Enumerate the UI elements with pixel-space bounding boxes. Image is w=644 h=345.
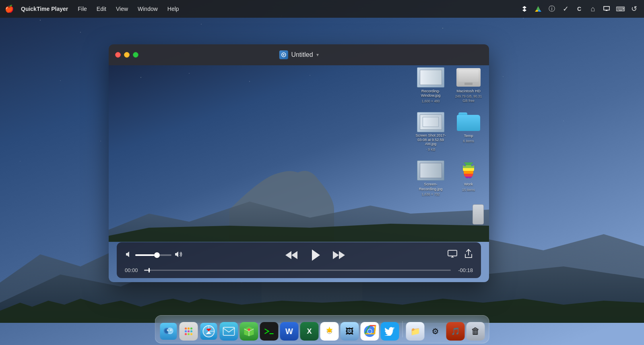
menubar: 🍎 QuickTime Player File Edit View Window…	[0, 0, 644, 18]
menubar-view[interactable]: View	[112, 4, 132, 14]
macintosh-hd-label: Macintosh HD	[456, 89, 481, 93]
temp-folder-label: Temp	[464, 133, 473, 138]
svg-point-21	[188, 328, 190, 330]
recording-window-size: 1,600 × 480	[421, 99, 440, 103]
rewind-button[interactable]	[285, 249, 298, 261]
dock-word[interactable]: W	[280, 322, 299, 341]
homekit-icon[interactable]: ⌂	[588, 4, 598, 14]
svg-point-17	[168, 328, 173, 333]
svg-point-28	[190, 333, 192, 335]
keyboard-icon[interactable]: ⌨	[615, 4, 625, 14]
dock-launchpad[interactable]	[180, 322, 198, 341]
play-button[interactable]	[308, 248, 322, 262]
temp-folder-count: 6 items	[463, 139, 474, 143]
svg-point-20	[185, 328, 187, 330]
progress-thumb[interactable]	[149, 268, 150, 272]
svg-rect-34	[223, 327, 235, 335]
fast-forward-button[interactable]	[332, 249, 346, 261]
right-controls	[447, 249, 473, 262]
dock-terminal[interactable]	[260, 322, 279, 341]
volume-section	[125, 250, 183, 261]
traffic-lights	[115, 52, 138, 58]
recording-window-label: Recording-Window.jpg	[415, 89, 446, 98]
time-remaining: -00:18	[455, 267, 473, 273]
dock-separator	[402, 321, 403, 337]
svg-rect-6	[463, 177, 474, 179]
menubar-app-name[interactable]: QuickTime Player	[17, 4, 72, 14]
volume-up-icon[interactable]	[174, 250, 183, 261]
svg-point-37	[328, 330, 331, 333]
svg-point-19	[170, 329, 172, 331]
dock-finder-2[interactable]: 📁	[406, 322, 425, 341]
svg-rect-3	[463, 168, 474, 171]
google-drive-icon[interactable]	[533, 4, 543, 14]
svg-point-25	[190, 330, 192, 333]
window-title: Untitled ▾	[279, 50, 318, 59]
screen-recording-label: Screen-Recording.jpg	[415, 182, 446, 191]
dock-safari[interactable]	[200, 322, 218, 341]
apple-menu[interactable]: 🍎	[5, 4, 14, 13]
screen-recording-size: 1,636 × 732	[421, 192, 440, 196]
work-folder-label: Work	[464, 182, 473, 186]
dock-mail[interactable]	[220, 322, 238, 341]
svg-marker-7	[285, 251, 291, 259]
svg-marker-8	[291, 251, 297, 259]
work-folder-count: 15 items	[462, 188, 475, 192]
menubar-help[interactable]: Help	[163, 4, 183, 14]
svg-point-23	[185, 330, 187, 333]
svg-marker-9	[312, 249, 320, 261]
dock-finder[interactable]	[159, 322, 178, 341]
svg-marker-11	[333, 251, 339, 259]
dock-app-1[interactable]: ⚙	[426, 322, 445, 341]
dock-chrome[interactable]	[361, 322, 379, 341]
playback-buttons	[285, 248, 346, 262]
airplay-icon[interactable]	[601, 4, 612, 14]
dock-twitter[interactable]	[381, 322, 399, 341]
svg-point-18	[167, 329, 169, 331]
title-chevron[interactable]: ▾	[316, 52, 319, 58]
dock-app-2[interactable]: 🎵	[446, 322, 465, 341]
dock-preview[interactable]: 🖼	[341, 322, 359, 341]
airplay-button[interactable]	[447, 249, 458, 261]
menubar-window[interactable]: Window	[134, 4, 162, 14]
volume-slider[interactable]	[135, 254, 171, 256]
svg-point-24	[188, 330, 190, 333]
share-button[interactable]	[464, 249, 473, 262]
dock-trash[interactable]: 🗑	[466, 322, 485, 341]
current-time: 00:00	[125, 267, 140, 273]
dock-photos[interactable]	[320, 322, 339, 341]
menubar-right-icons: ⓘ ✓ C ⌂ ⌨ ↺	[519, 4, 639, 14]
dock: W X 🖼 📁 ⚙ 🎵 🗑	[155, 315, 489, 343]
window-titlebar: Untitled ▾	[109, 44, 489, 65]
timemachine-icon[interactable]: ↺	[629, 4, 639, 14]
svg-rect-2	[463, 165, 474, 168]
dropbox-icon[interactable]	[519, 4, 530, 14]
playback-controls: 00:00 -00:18	[117, 242, 481, 278]
dock-maps[interactable]	[240, 322, 258, 341]
dock-excel[interactable]: X	[300, 322, 319, 341]
video-desktop-icons: Recording-Window.jpg 1,600 × 480 Macinto…	[415, 67, 484, 224]
svg-point-35	[248, 328, 250, 331]
info-icon[interactable]: ⓘ	[547, 4, 557, 14]
minimize-button[interactable]	[124, 52, 130, 58]
menubar-file[interactable]: File	[74, 4, 91, 14]
progress-row: 00:00 -00:18	[125, 267, 473, 273]
video-content[interactable]: Recording-Window.jpg 1,600 × 480 Macinto…	[109, 65, 489, 282]
screenshot-label: Screen Shot 2017-03-08 at 9.52.59 AM.jpg	[415, 133, 446, 146]
carbon-copy-icon[interactable]: C	[574, 4, 584, 14]
svg-rect-4	[463, 171, 474, 174]
checkmark-icon[interactable]: ✓	[560, 4, 571, 14]
volume-mute-icon[interactable]	[125, 250, 133, 260]
macintosh-hd-size: 249.79 GB, 90.31 GB free	[453, 94, 484, 102]
progress-bar[interactable]	[144, 270, 451, 271]
maximize-button[interactable]	[133, 52, 138, 58]
close-button[interactable]	[115, 52, 121, 58]
screenshot-size: · 9 KB	[426, 148, 435, 152]
window-title-text: Untitled	[291, 51, 313, 58]
quicktime-window: Untitled ▾	[109, 44, 489, 282]
svg-point-27	[188, 333, 190, 335]
menubar-edit[interactable]: Edit	[93, 4, 110, 14]
quicktime-icon	[279, 50, 288, 59]
svg-point-22	[190, 328, 192, 330]
volume-thumb[interactable]	[154, 252, 160, 258]
